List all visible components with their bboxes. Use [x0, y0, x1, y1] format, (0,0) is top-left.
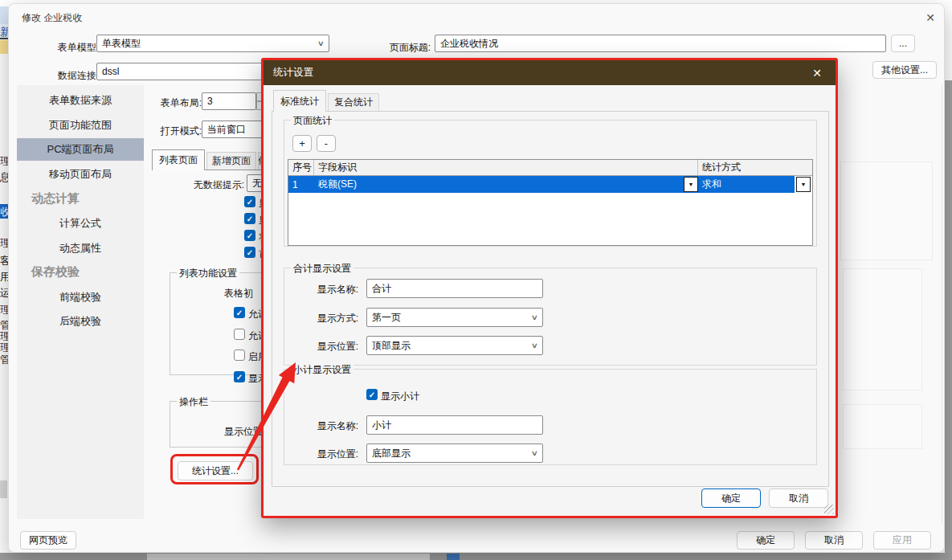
bg-fragment: 用	[0, 270, 8, 284]
form-layout-input[interactable]: 3	[202, 92, 256, 110]
sidebar-item-front-validation[interactable]: 前端校验	[17, 286, 144, 309]
bg-fragment: 收	[0, 204, 8, 219]
checkbox-checked[interactable]: ✓	[244, 213, 255, 224]
page-title-ellipsis-button[interactable]: ...	[891, 35, 915, 52]
row-method-cell[interactable]: 求和	[698, 176, 795, 193]
sidebar-item-page-function-scope[interactable]: 页面功能范围	[17, 114, 144, 137]
checkbox-checked[interactable]: ✓	[244, 196, 255, 207]
sidebar-item-pc-page-layout[interactable]: PC端页面布局	[17, 138, 144, 161]
total-name-label: 显示名称:	[308, 283, 358, 296]
total-pos-select[interactable]: 顶部显示 ∨	[366, 336, 543, 355]
screen: 新 理 息 收 理 客 用 运 理 管 理 理 管 修改 企业税收 ✕ 表单模型…	[0, 0, 952, 560]
bg-fragment: 理	[0, 154, 8, 169]
sidebar-item-calc-formula[interactable]: 计算公式	[17, 212, 144, 235]
dialog-ok-button[interactable]: 确定	[701, 488, 761, 508]
action-bar-group: 操作栏	[170, 401, 263, 448]
table-row[interactable]: 1 税额(SE) ▼ 求和 ▼	[288, 176, 812, 193]
method-dropdown-cell[interactable]: ▼	[795, 176, 812, 193]
chevron-down-icon: ∨	[531, 449, 538, 457]
subtotal-name-label: 显示名称:	[308, 419, 358, 433]
subtotal-pos-label: 显示位置:	[308, 448, 358, 461]
total-display-group-label: 合计显示设置	[291, 262, 353, 276]
dialog-cancel-button[interactable]: 取消	[769, 488, 828, 508]
field-dropdown-icon[interactable]: ▼	[684, 177, 698, 192]
enable-checkbox-unchecked[interactable]	[234, 349, 245, 361]
subtotal-display-group-label: 小计显示设置	[291, 363, 353, 377]
table-init-label-fragment: 表格初	[224, 287, 264, 300]
action-bar-group-label: 操作栏	[177, 395, 210, 409]
dialog-close-icon[interactable]: ✕	[807, 63, 827, 83]
bg-fragment: 理	[0, 303, 8, 317]
bg-fragment: 管	[0, 353, 8, 367]
bg-fragment: 息	[0, 170, 8, 185]
sidebar-item-back-validation[interactable]: 后端校验	[17, 310, 144, 333]
sidebar-section-dynamic-calc: 动态计算	[31, 188, 80, 209]
dialog-titlebar: 统计设置 ✕	[264, 60, 836, 85]
add-row-button[interactable]: +	[292, 135, 312, 152]
data-connection-input[interactable]: dssl	[96, 63, 289, 80]
backdrop-bottom-light	[147, 554, 430, 560]
sidebar-item-form-data-source[interactable]: 表单数据来源	[17, 89, 144, 112]
form-model-select[interactable]: 单表模型 ∨	[96, 35, 329, 52]
sidebar-item-dynamic-attr[interactable]: 动态属性	[17, 237, 144, 260]
open-mode-label: 打开模式:	[156, 125, 202, 138]
checkbox-checked[interactable]: ✓	[244, 247, 255, 258]
remove-row-button[interactable]: -	[317, 135, 336, 152]
background-groupbox	[843, 404, 922, 449]
web-preview-button[interactable]: 网页预览	[20, 531, 76, 550]
ok-button[interactable]: 确定	[737, 531, 795, 550]
display-position-fragment: 显示位置	[224, 425, 264, 439]
subtotal-pos-select[interactable]: 底部显示 ∨	[366, 444, 543, 463]
total-display-group: 合计显示设置 显示名称: 合计 显示方式: 第一页 ∨ 显示位置: 顶部显示 ∨	[284, 268, 817, 366]
col-method: 统计方式	[698, 160, 812, 175]
backdrop-right-strip	[945, 80, 952, 560]
col-index: 序号	[288, 160, 314, 175]
page-title-label: 页面标题:	[377, 41, 431, 55]
data-connection-label: 数据连接:	[33, 69, 99, 83]
other-settings-button[interactable]: 其他设置...	[872, 61, 937, 79]
total-pos-label: 显示位置:	[308, 340, 358, 354]
resize-grip[interactable]	[824, 505, 834, 514]
bg-fragment: 新	[0, 25, 8, 39]
table-header: 序号 字段标识 统计方式	[288, 160, 812, 176]
bg-fragment: 客	[0, 254, 8, 268]
col-field: 字段标识	[314, 160, 698, 175]
show-subtotal-checkbox-checked[interactable]: ✓	[366, 389, 378, 400]
sidebar-item-mobile-page-layout[interactable]: 移动页面布局	[17, 163, 144, 186]
standard-stats-pane: 页面统计 + - 序号 字段标识 统计方式 1 税额(SE) ▼	[272, 111, 829, 487]
tab-composite-stats[interactable]: 复合统计	[328, 93, 379, 112]
total-mode-select[interactable]: 第一页 ∨	[366, 308, 543, 327]
backdrop-bottom-strip	[0, 553, 952, 560]
page-stats-group: 页面统计 + - 序号 字段标识 统计方式 1 税额(SE) ▼	[284, 120, 817, 247]
stats-settings-dialog: 统计设置 ✕ 标准统计 复合统计 页面统计 + - 序号 字段标识 统计方式 1	[261, 58, 838, 518]
allow-checkbox-checked[interactable]: ✓	[234, 307, 245, 318]
backdrop-bottom-blue	[447, 554, 460, 560]
tab-standard-stats[interactable]: 标准统计	[273, 90, 326, 112]
show-checkbox-checked[interactable]: ✓	[234, 371, 245, 382]
annotation-highlight-rect	[170, 454, 259, 484]
background-groupbox	[843, 268, 922, 390]
subtotal-name-input[interactable]: 小计	[366, 415, 543, 435]
page-title-input[interactable]: 企业税收情况	[435, 35, 886, 52]
total-name-input[interactable]: 合计	[366, 279, 543, 298]
show-subtotal-label: 显示小计	[381, 390, 419, 403]
chevron-down-icon: ∨	[531, 313, 538, 321]
row-index: 1	[288, 176, 314, 193]
method-dropdown-icon[interactable]: ▼	[796, 177, 811, 192]
form-layout-label: 表单布局:	[156, 96, 202, 110]
bg-fragment: 理	[0, 236, 8, 251]
sidebar: 表单数据来源 页面功能范围 PC端页面布局 移动页面布局 动态计算 计算公式 动…	[17, 85, 144, 519]
tab-new-page[interactable]: 新增页面	[206, 152, 256, 170]
open-mode-select[interactable]: 当前窗口	[202, 121, 264, 138]
subtotal-display-group: 小计显示设置 ✓ 显示小计 显示名称: 小计 显示位置: 底部显示 ∨	[284, 369, 817, 465]
checkbox-checked[interactable]: ✓	[244, 230, 255, 241]
row-field-cell[interactable]: 税额(SE) ▼	[314, 176, 698, 193]
apply-button: 应用	[873, 531, 931, 550]
cancel-button[interactable]: 取消	[805, 531, 863, 550]
chevron-down-icon: ∨	[317, 39, 325, 47]
allow2-checkbox-unchecked[interactable]	[234, 329, 245, 340]
stats-table: 序号 字段标识 统计方式 1 税额(SE) ▼ 求和	[288, 159, 813, 246]
total-mode-label: 显示方式:	[308, 312, 358, 325]
tab-list-page[interactable]: 列表页面	[152, 149, 205, 170]
window-close-icon[interactable]: ✕	[915, 7, 946, 28]
